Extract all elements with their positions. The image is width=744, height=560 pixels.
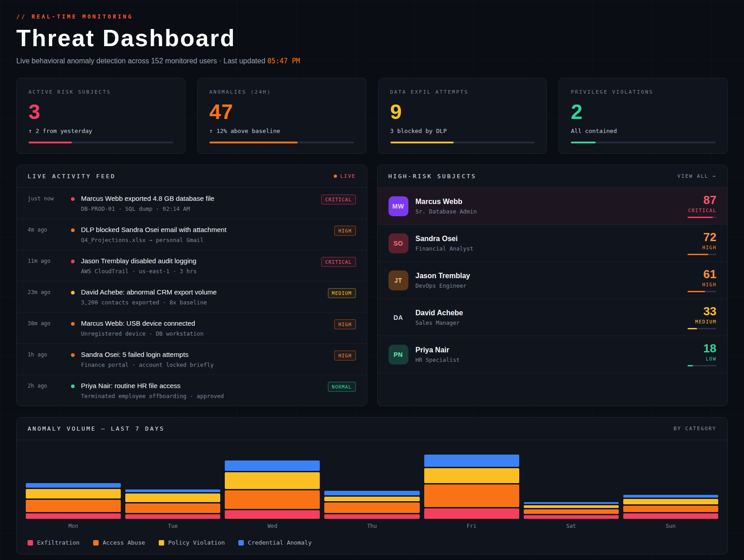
legend-label: Policy Violation — [168, 539, 225, 546]
activity-feed-row[interactable]: 4m ago DLP blocked Sandra Osei email wit… — [17, 219, 367, 250]
activity-feed-row[interactable]: 1h ago Sandra Osei: 5 failed login attem… — [17, 344, 367, 375]
activity-content: DLP blocked Sandra Osei email with attac… — [81, 226, 334, 243]
chart-segment-access-abuse — [424, 484, 519, 507]
high-risk-header: HIGH-RISK SUBJECTS VIEW ALL → — [378, 165, 728, 188]
risk-score-bar — [687, 254, 716, 255]
severity-dot — [71, 351, 81, 359]
chart-axis-label: Sat — [524, 523, 619, 529]
activity-detail: Finance portal · account locked briefly — [81, 361, 334, 368]
avatar: MW — [389, 196, 408, 216]
avatar: SO — [389, 233, 408, 253]
high-risk-title: HIGH-RISK SUBJECTS — [389, 173, 477, 180]
subject-row[interactable]: JT Jason Tremblay DevOps Engineer 61 HIG… — [378, 262, 728, 299]
severity-badge: CRITICAL — [321, 195, 356, 204]
stat-card-anomalies-24h: ANOMALIES (24H) 47 ↑ 12% above baseline — [197, 78, 366, 154]
legend-swatch — [159, 540, 164, 546]
chart-segment-credential-anomaly — [623, 495, 718, 498]
activity-feed-row[interactable]: 11m ago Jason Tremblay disabled audit lo… — [17, 250, 367, 281]
chart-segment-credential-anomaly — [524, 502, 619, 504]
severity-badge: HIGH — [334, 226, 355, 236]
subject-role: Sr. Database Admin — [416, 208, 681, 215]
chart-segment-access-abuse — [324, 503, 419, 513]
legend-label: Credential Anomaly — [248, 539, 312, 546]
chart-bar-mon — [26, 483, 121, 519]
stat-caption: ↑ 12% above baseline — [209, 128, 354, 134]
activity-feed-row[interactable]: 38m ago Marcus Webb: USB device connecte… — [17, 313, 367, 344]
stat-progress-fill — [571, 142, 595, 143]
chart-segment-credential-anomaly — [26, 483, 121, 488]
anomaly-chart-labels: MonTueWedThuFriSatSun — [26, 523, 718, 529]
risk-level: LOW — [687, 356, 716, 361]
chart-segment-exfiltration — [324, 514, 419, 519]
activity-feed-row[interactable]: 2h ago Priya Nair: routine HR file acces… — [17, 375, 367, 406]
legend-item-access-abuse: Access Abuse — [93, 539, 145, 546]
chart-legend: Exfiltration Access Abuse Policy Violati… — [26, 539, 718, 546]
stat-progress-fill — [209, 142, 298, 143]
chart-segment-access-abuse — [225, 490, 320, 509]
subject-info: Sandra Osei Financial Analyst — [416, 235, 681, 252]
legend-label: Exfiltration — [37, 539, 80, 546]
view-all-link[interactable]: VIEW ALL → — [678, 173, 716, 179]
severity-badge: CRITICAL — [321, 257, 356, 267]
risk-score-bar-fill — [687, 328, 697, 329]
severity-dot — [71, 195, 81, 203]
chart-bar-tue — [125, 489, 220, 519]
stat-value: 9 — [390, 100, 535, 124]
risk-score-bar-fill — [687, 217, 713, 218]
anomaly-volume-panel: ANOMALY VOLUME — LAST 7 DAYS BY CATEGORY… — [16, 417, 728, 555]
subject-name: Marcus Webb — [416, 198, 681, 206]
stat-card-data-exfil-attempts: DATA EXFIL ATTEMPTS 9 3 blocked by DLP — [378, 78, 547, 154]
by-category-label: BY CATEGORY — [673, 426, 716, 432]
chart-bar-sun — [623, 495, 718, 519]
risk-score-value: 72 — [687, 231, 716, 243]
chart-axis-label: Thu — [324, 523, 419, 529]
stat-label: ANOMALIES (24H) — [209, 89, 354, 95]
activity-time: 23m ago — [28, 288, 71, 295]
activity-feed-title: LIVE ACTIVITY FEED — [28, 173, 116, 180]
severity-badge: HIGH — [334, 351, 355, 361]
activity-content: Priya Nair: routine HR file access Termi… — [81, 382, 328, 399]
stat-value: 47 — [209, 100, 354, 124]
risk-level: HIGH — [687, 245, 716, 250]
legend-swatch — [238, 540, 244, 546]
subtitle-text: Live behavioral anomaly detection across… — [16, 57, 267, 65]
activity-time: 11m ago — [28, 257, 71, 264]
risk-score-value: 61 — [687, 268, 716, 280]
activity-title: Priya Nair: routine HR file access — [81, 382, 328, 389]
chart-segment-exfiltration — [623, 513, 718, 519]
subject-row[interactable]: MW Marcus Webb Sr. Database Admin 87 CRI… — [378, 188, 728, 225]
avatar: PN — [389, 345, 408, 365]
subject-row[interactable]: PN Priya Nair HR Specialist 18 LOW — [378, 336, 728, 373]
legend-swatch — [28, 540, 33, 546]
subject-row[interactable]: DA David Achebe Sales Manager 33 MEDIUM — [378, 299, 728, 336]
chart-segment-access-abuse — [623, 506, 718, 512]
chart-axis-label: Tue — [125, 523, 220, 529]
legend-label: Access Abuse — [103, 539, 145, 546]
live-indicator: LIVE — [334, 173, 356, 179]
subject-name: Sandra Osei — [416, 235, 681, 243]
chart-axis-label: Wed — [225, 523, 320, 529]
last-updated-time: 05:47 PM — [267, 57, 300, 65]
legend-swatch — [93, 540, 99, 546]
severity-dot — [71, 382, 81, 390]
activity-time: 38m ago — [28, 319, 71, 327]
high-risk-subjects-panel: HIGH-RISK SUBJECTS VIEW ALL → MW Marcus … — [377, 165, 728, 406]
activity-detail: Q4_Projections.xlsx → personal Gmail — [81, 237, 334, 243]
risk-level: CRITICAL — [687, 208, 716, 213]
chart-segment-access-abuse — [26, 500, 121, 512]
chart-bar-wed — [225, 460, 320, 519]
avatar: DA — [389, 308, 408, 327]
chart-segment-credential-anomaly — [324, 491, 419, 495]
stat-label: PRIVILEGE VIOLATIONS — [571, 89, 716, 95]
activity-feed-row[interactable]: just now Marcus Webb exported 4.8 GB dat… — [17, 188, 367, 219]
stat-cards-row: ACTIVE RISK SUBJECTS 3 ↑ 2 from yesterda… — [16, 78, 728, 154]
activity-feed-row[interactable]: 23m ago David Achebe: abnormal CRM expor… — [17, 281, 367, 313]
risk-score: 33 MEDIUM — [687, 305, 716, 329]
subject-info: David Achebe Sales Manager — [416, 309, 681, 326]
activity-title: David Achebe: abnormal CRM export volume — [81, 288, 328, 296]
risk-score-bar-fill — [687, 254, 708, 255]
chart-bar-thu — [324, 491, 419, 519]
chart-segment-exfiltration — [424, 508, 519, 519]
subject-role: HR Specialist — [416, 356, 681, 363]
subject-row[interactable]: SO Sandra Osei Financial Analyst 72 HIGH — [378, 225, 728, 262]
